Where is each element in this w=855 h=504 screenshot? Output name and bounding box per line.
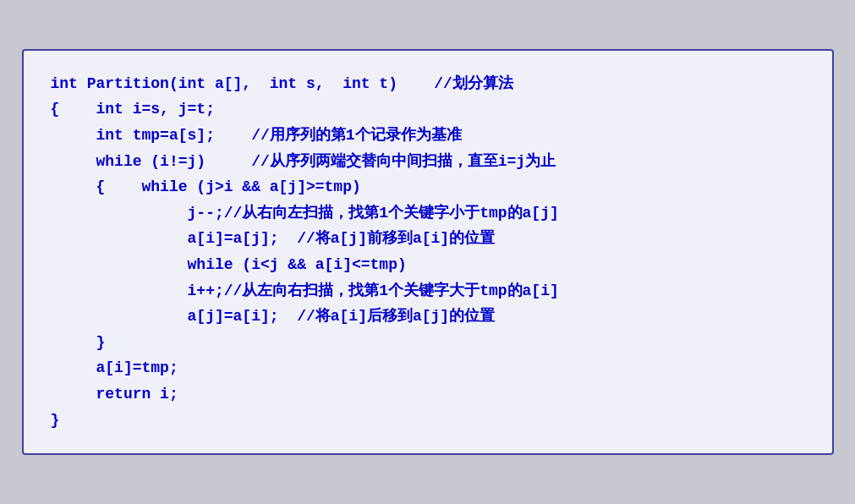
code-container: int Partition(int a[], int s, int t) //划… [22, 49, 834, 455]
code-block: int Partition(int a[], int s, int t) //划… [51, 71, 805, 433]
